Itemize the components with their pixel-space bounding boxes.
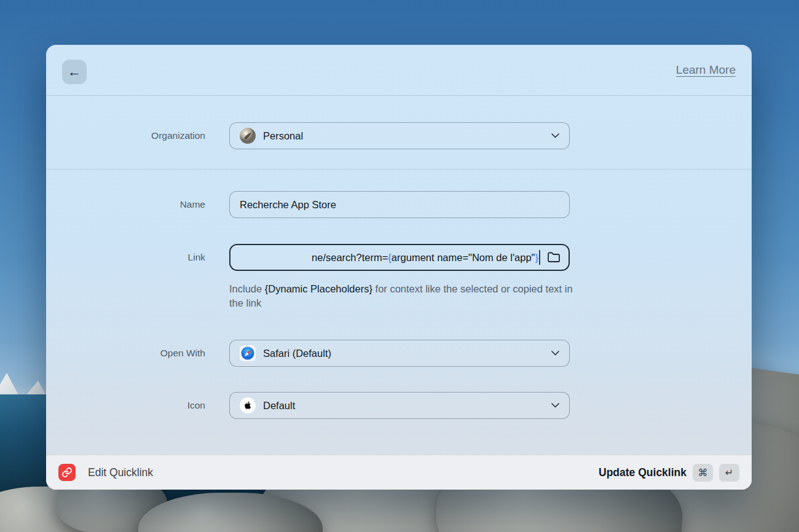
name-value: Recherche App Store (240, 199, 336, 211)
open-with-row: Open With Safari (Default) (46, 340, 752, 367)
safari-icon (240, 345, 256, 361)
learn-more-link[interactable]: Learn More (676, 45, 736, 95)
link-label: Link (46, 244, 205, 271)
organization-dropdown[interactable]: Personal (229, 122, 570, 149)
link-row: Link ne/search?term={argument name="Nom … (46, 244, 752, 271)
text-cursor (539, 250, 540, 265)
chevron-down-icon (551, 351, 559, 356)
quicklink-app-icon (58, 464, 76, 481)
command-key-icon: ⌘ (693, 464, 713, 482)
organization-label: Organization (46, 122, 205, 149)
icon-row: Icon Default (46, 392, 752, 419)
open-with-label: Open With (46, 340, 205, 367)
chevron-down-icon (551, 403, 559, 408)
icon-label: Icon (46, 392, 205, 419)
chevron-down-icon (551, 133, 559, 138)
icon-dropdown[interactable]: Default (229, 392, 570, 419)
dialog-header: ← Learn More (46, 45, 752, 96)
apple-logo-icon (240, 397, 256, 413)
name-label: Name (46, 191, 205, 218)
name-input[interactable]: Recherche App Store (229, 191, 570, 218)
link-value: ne/search?term={argument name="Nom de l'… (237, 252, 538, 264)
back-arrow-icon: ← (68, 65, 81, 79)
organization-value: Personal (263, 130, 303, 142)
return-key-icon: ↵ (719, 464, 739, 482)
open-with-dropdown[interactable]: Safari (Default) (229, 340, 570, 367)
footer-actions: Update Quicklink ⌘ ↵ (599, 464, 739, 482)
dialog-footer: Edit Quicklink Update Quicklink ⌘ ↵ (46, 455, 752, 490)
link-helper-text: Include {Dynamic Placeholders} for conte… (229, 282, 577, 310)
desktop: ← Learn More Organization Personal (0, 0, 799, 532)
dynamic-placeholders-highlight: {Dynamic Placeholders} (265, 283, 372, 294)
name-row: Name Recherche App Store (46, 191, 752, 218)
link-input[interactable]: ne/search?term={argument name="Nom de l'… (229, 244, 570, 271)
open-with-value: Safari (Default) (263, 348, 331, 359)
placeholder-close-brace: } (535, 252, 538, 264)
update-quicklink-button[interactable]: Update Quicklink (599, 466, 687, 479)
avatar (240, 128, 256, 144)
folder-picker-icon[interactable] (546, 251, 561, 264)
back-button[interactable]: ← (62, 60, 87, 84)
footer-title: Edit Quicklink (88, 466, 153, 479)
section-divider (46, 169, 752, 170)
organization-row: Organization Personal (46, 122, 752, 149)
icon-value: Default (263, 400, 295, 412)
edit-quicklink-dialog: ← Learn More Organization Personal (46, 45, 752, 490)
